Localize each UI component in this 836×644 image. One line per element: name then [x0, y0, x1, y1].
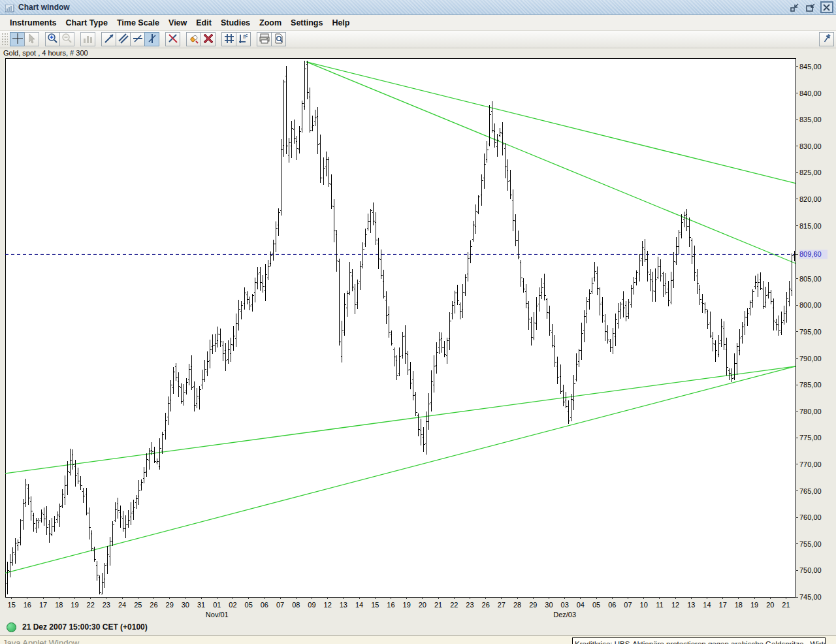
histogram-icon [82, 33, 94, 46]
window-icon [5, 3, 14, 11]
x-axis-day-label: 21 [434, 601, 442, 609]
eraser-icon [188, 33, 200, 46]
y-axis-tick-label: 750,00 [799, 566, 822, 574]
x-axis-day-label: 06 [608, 601, 616, 609]
grid-settings-icon: # [238, 33, 249, 46]
toolbar-button-eraser[interactable] [186, 32, 201, 46]
pin-icon [821, 33, 833, 46]
minimize-button[interactable] [789, 2, 801, 13]
x-axis-day-label: 07 [624, 601, 632, 609]
y-axis-tick-label: 840,00 [799, 89, 822, 97]
x-axis-day-label: 16 [24, 601, 31, 609]
y-axis-tick-label: 760,00 [799, 513, 822, 521]
x-axis-day-label: 19 [403, 601, 411, 609]
trendline-icon [103, 33, 115, 46]
menu-edit[interactable]: Edit [191, 16, 216, 29]
menu-instruments[interactable]: Instruments [5, 16, 61, 29]
x-axis-day-label: 09 [308, 601, 315, 609]
y-axis-tick-label: 785,00 [799, 381, 822, 389]
toolbar-gripper[interactable] [1, 33, 8, 46]
toolbar-button-crosshair[interactable] [10, 32, 25, 46]
price-chart[interactable]: 845,00840,00835,00830,00825,00820,00815,… [0, 48, 836, 619]
crosshair-icon [12, 33, 24, 46]
zoom-in-icon [47, 33, 59, 46]
y-axis-tick-label: 835,00 [799, 116, 822, 123]
menu-studies[interactable]: Studies [216, 16, 255, 29]
x-axis-day-label: 23 [103, 601, 110, 609]
y-axis-tick-label: 765,00 [799, 487, 822, 495]
titlebar[interactable]: Chart window [0, 0, 836, 15]
toolbar-button-trendline[interactable] [101, 32, 116, 46]
toolbar-button-trend-channel[interactable] [116, 32, 131, 46]
menu-view[interactable]: View [164, 16, 191, 29]
y-axis-tick-label: 800,00 [799, 301, 822, 309]
toolbar-button-zoom-in[interactable] [45, 32, 60, 46]
x-axis-day-label: 13 [340, 601, 347, 609]
close-button[interactable] [820, 1, 833, 13]
svg-text:#: # [243, 33, 246, 40]
x-axis-day-label: 14 [703, 601, 711, 609]
toolbar-button-print[interactable] [257, 32, 272, 46]
x-axis-day-label: 28 [513, 601, 521, 609]
remove-line-icon [167, 33, 179, 46]
x-axis-day-label: 01 [213, 601, 221, 609]
x-axis-day-label: 23 [466, 601, 474, 609]
menu-chart-type[interactable]: Chart Type [61, 16, 112, 29]
x-axis-day-label: 31 [197, 601, 205, 609]
x-axis-day-label: 17 [39, 601, 47, 609]
toolbar-button-grid-settings[interactable]: # [236, 32, 251, 46]
x-axis-day-label: 15 [371, 601, 379, 609]
x-axis-day-label: 29 [166, 601, 174, 609]
toolbar-button-remove-line[interactable] [165, 32, 180, 46]
menu-zoom[interactable]: Zoom [255, 16, 286, 29]
y-axis-tick-label: 790,00 [799, 355, 822, 362]
toolbar-button-grid[interactable] [221, 32, 236, 46]
y-axis-tick-label: 755,00 [799, 540, 822, 548]
x-axis-day-label: 11 [656, 601, 663, 609]
toolbar-button-zoom-out [59, 32, 74, 46]
toolbar: # [0, 31, 836, 48]
y-axis-tick-label: 805,00 [799, 275, 822, 283]
y-axis-tick-label: 770,00 [799, 460, 822, 468]
status-bar: 21 Dez 2007 15:00:30 CET (+0100) [0, 619, 836, 635]
menu-help[interactable]: Help [327, 16, 354, 29]
x-axis-day-label: 05 [592, 601, 600, 609]
x-axis-day-label: 21 [782, 601, 790, 609]
toolbar-button-delete-all[interactable] [201, 32, 216, 46]
x-axis-day-label: 13 [687, 601, 695, 609]
toolbar-button-pin[interactable] [819, 32, 834, 46]
toolbar-button-horizontal-line[interactable] [130, 32, 145, 46]
y-axis-tick-label: 775,00 [799, 434, 822, 442]
restore-button[interactable] [805, 2, 816, 13]
connection-status-icon [7, 622, 16, 632]
x-axis-day-label: 07 [276, 601, 284, 609]
x-axis-day-label: 24 [118, 601, 126, 609]
x-axis-day-label: 05 [245, 601, 253, 609]
x-axis-month-label: Dez/03 [553, 611, 576, 619]
x-axis-day-label: 26 [482, 601, 490, 609]
x-axis-day-label: 15 [8, 601, 16, 609]
x-axis-day-label: 17 [719, 601, 727, 609]
x-axis-day-label: 22 [450, 601, 458, 609]
x-axis-day-label: 30 [545, 601, 553, 609]
x-axis-day-label: 25 [134, 601, 142, 609]
status-timestamp: 21 Dez 2007 15:00:30 CET (+0100) [22, 622, 148, 632]
x-axis-day-label: 26 [150, 601, 157, 609]
x-axis-day-label: 19 [71, 601, 78, 609]
x-axis-day-label: 18 [735, 601, 743, 609]
menu-time-scale[interactable]: Time Scale [112, 16, 164, 29]
trend-channel-icon [118, 33, 129, 46]
grid-icon [223, 33, 235, 46]
news-ticker[interactable]: Kreditkrise: UBS-Aktionäre protestieren … [572, 637, 826, 644]
x-axis-month-label: Nov/01 [206, 611, 229, 619]
toolbar-button-vertical-line[interactable] [144, 32, 159, 46]
toolbar-button-histogram [80, 32, 95, 46]
y-axis-tick-label: 745,00 [799, 593, 822, 601]
x-axis-day-label: 08 [292, 601, 300, 609]
x-axis-day-label: 29 [529, 601, 537, 609]
window-title: Chart window [18, 3, 70, 12]
menu-settings[interactable]: Settings [286, 16, 327, 29]
y-axis-tick-label: 845,00 [799, 63, 822, 71]
x-axis-day-label: 12 [324, 601, 332, 609]
toolbar-button-print-preview[interactable] [271, 32, 286, 46]
